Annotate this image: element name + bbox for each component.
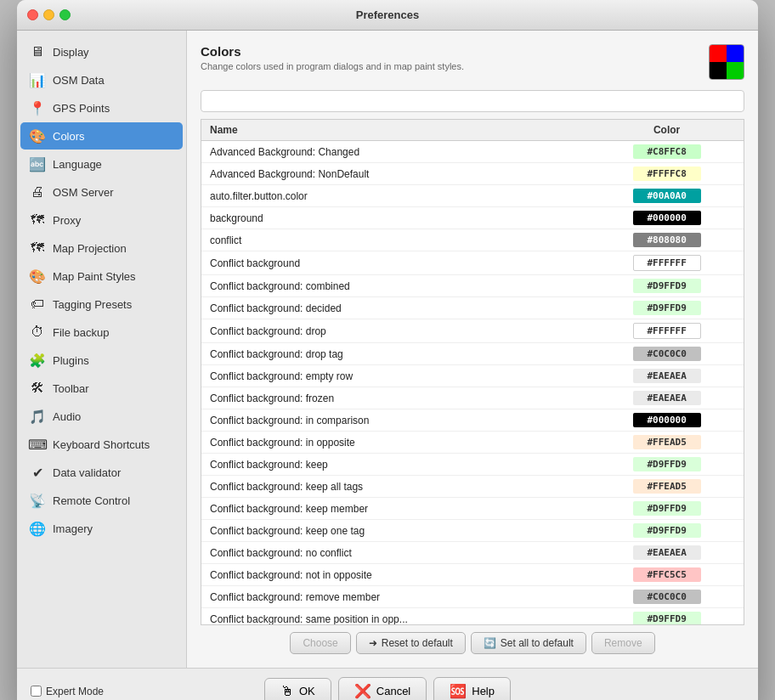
sidebar-item-keyboard-shortcuts[interactable]: ⌨Keyboard Shortcuts — [20, 431, 183, 458]
table-row[interactable]: Conflict background: drop#FFFFFF — [201, 319, 744, 343]
tagging-presets-icon: 🏷 — [29, 296, 46, 313]
sidebar-item-proxy[interactable]: 🗺Proxy — [20, 206, 183, 234]
sidebar-item-language[interactable]: 🔤Language — [20, 150, 183, 178]
sidebar-item-map-projection[interactable]: 🗺Map Projection — [20, 234, 183, 262]
sidebar-item-label-osm-data: OSM Data — [53, 74, 105, 87]
color-swatch: #D9FFD9 — [633, 457, 701, 471]
table-row[interactable]: Conflict background: same position in op… — [201, 608, 744, 626]
color-name-cell: Conflict background: same position in op… — [201, 608, 590, 626]
cancel-label: Cancel — [376, 685, 410, 697]
color-value-cell: #FFEAD5 — [590, 432, 744, 454]
data-validator-icon: ✔ — [29, 464, 46, 481]
table-row[interactable]: Conflict background: in comparison#00000… — [201, 409, 744, 432]
titlebar: Preferences — [17, 0, 758, 31]
expert-mode-label: Expert Mode — [46, 686, 104, 697]
table-row[interactable]: Conflict background: empty row#EAEAEA — [201, 365, 744, 387]
color-value-cell: #FFEAD5 — [590, 476, 744, 498]
minimize-button[interactable] — [43, 9, 54, 20]
panel-header-text: Colors Change colors used in program dia… — [201, 44, 464, 71]
color-value-cell: #EAEAEA — [590, 542, 744, 564]
table-row[interactable]: conflict#808080 — [201, 229, 744, 251]
close-button[interactable] — [27, 9, 38, 20]
sidebar-item-label-file-backup: File backup — [53, 326, 109, 339]
color-name-cell: Conflict background: in opposite — [201, 432, 590, 454]
table-row[interactable]: Conflict background: remove member#C0C0C… — [201, 586, 744, 608]
table-row[interactable]: auto.filter.button.color#00A0A0 — [201, 185, 744, 207]
sidebar-item-label-keyboard-shortcuts: Keyboard Shortcuts — [53, 438, 150, 451]
color-value-cell: #FFFFC8 — [590, 163, 744, 185]
maximize-button[interactable] — [59, 9, 71, 20]
sidebar-item-data-validator[interactable]: ✔Data validator — [20, 459, 183, 486]
sidebar-item-osm-server[interactable]: 🖨OSM Server — [20, 178, 183, 206]
table-row[interactable]: Conflict background: keep all tags#FFEAD… — [201, 476, 744, 498]
sidebar-item-remote-control[interactable]: 📡Remote Control — [20, 487, 183, 514]
table-row[interactable]: Conflict background: in opposite#FFEAD5 — [201, 432, 744, 454]
sidebar-item-label-display: Display — [53, 46, 89, 59]
choose-label: Choose — [303, 637, 337, 649]
search-input[interactable] — [201, 90, 744, 112]
sidebar-item-plugins[interactable]: 🧩Plugins — [20, 347, 183, 374]
sidebar-item-label-map-projection: Map Projection — [53, 242, 127, 255]
sidebar-item-gps-points[interactable]: 📍GPS Points — [20, 94, 183, 121]
table-row[interactable]: Conflict background#FFFFFF — [201, 251, 744, 275]
color-value-cell: #D9FFD9 — [590, 297, 744, 319]
color-name-cell: Conflict background: keep member — [201, 498, 590, 520]
action-bar: Choose ➜ Reset to default 🔄 Set all to d… — [201, 632, 744, 654]
choose-button[interactable]: Choose — [290, 632, 350, 654]
help-icon: 🆘 — [450, 683, 467, 699]
color-value-cell: #000000 — [590, 409, 744, 432]
set-all-to-default-button[interactable]: 🔄 Set all to default — [471, 632, 586, 654]
color-name-cell: Advanced Background: Changed — [201, 141, 590, 163]
table-row[interactable]: Advanced Background: NonDefault#FFFFC8 — [201, 163, 744, 185]
color-swatch: #EAEAEA — [633, 545, 701, 560]
sidebar-item-display[interactable]: 🖥Display — [20, 38, 183, 65]
ok-button[interactable]: 🖱 OK — [264, 678, 331, 701]
table-row[interactable]: Conflict background: decided#D9FFD9 — [201, 297, 744, 319]
sidebar-item-map-paint-styles[interactable]: 🎨Map Paint Styles — [20, 262, 183, 290]
cancel-button[interactable]: ❌ Cancel — [338, 677, 427, 700]
set-all-to-default-label: Set all to default — [501, 637, 574, 649]
sidebar-item-tagging-presets[interactable]: 🏷Tagging Presets — [20, 291, 183, 318]
color-name-cell: conflict — [201, 229, 590, 251]
imagery-icon: 🌐 — [29, 520, 46, 537]
table-row[interactable]: Conflict background: combined#D9FFD9 — [201, 275, 744, 297]
colors-icon: 🎨 — [29, 127, 46, 144]
help-button[interactable]: 🆘 Help — [433, 677, 511, 700]
color-value-cell: #FFFFFF — [590, 251, 744, 275]
sidebar-item-label-plugins: Plugins — [53, 354, 89, 367]
color-value-cell: #FFC5C5 — [590, 564, 744, 586]
table-row[interactable]: background#000000 — [201, 207, 744, 229]
table-row[interactable]: Conflict background: keep member#D9FFD9 — [201, 498, 744, 520]
color-value-cell: #FFFFFF — [590, 319, 744, 343]
remote-control-icon: 📡 — [29, 492, 46, 509]
sidebar-item-label-toolbar: Toolbar — [53, 382, 89, 395]
traffic-lights — [27, 9, 71, 20]
colors-table-container[interactable]: Name Color Advanced Background: Changed#… — [201, 119, 744, 625]
table-row[interactable]: Conflict background: not in opposite#FFC… — [201, 564, 744, 586]
color-swatch: #C0C0C0 — [633, 347, 701, 361]
color-name-cell: Conflict background: in comparison — [201, 409, 590, 432]
table-row[interactable]: Conflict background: keep#D9FFD9 — [201, 454, 744, 476]
table-row[interactable]: Conflict background: frozen#EAEAEA — [201, 387, 744, 409]
sidebar-item-file-backup[interactable]: ⏱File backup — [20, 319, 183, 346]
reset-to-default-button[interactable]: ➜ Reset to default — [356, 632, 466, 654]
sidebar-item-toolbar[interactable]: 🛠Toolbar — [20, 375, 183, 402]
color-name-cell: Conflict background: keep all tags — [201, 476, 590, 498]
sidebar-item-audio[interactable]: 🎵Audio — [20, 403, 183, 430]
table-row[interactable]: Conflict background: drop tag#C0C0C0 — [201, 343, 744, 365]
table-row[interactable]: Conflict background: no conflict#EAEAEA — [201, 542, 744, 564]
gps-points-icon: 📍 — [29, 99, 46, 116]
remove-button[interactable]: Remove — [591, 632, 655, 654]
table-row[interactable]: Advanced Background: Changed#C8FFC8 — [201, 141, 744, 163]
bottom-bar: Expert Mode 🖱 OK ❌ Cancel 🆘 Help — [17, 668, 758, 700]
expert-mode-checkbox[interactable] — [31, 686, 42, 697]
sidebar-item-colors[interactable]: 🎨Colors — [20, 122, 183, 150]
sidebar-item-osm-data[interactable]: 📊OSM Data — [20, 66, 183, 93]
color-name-cell: Conflict background: keep — [201, 454, 590, 476]
sidebar-item-label-imagery: Imagery — [53, 522, 93, 535]
sidebar-item-imagery[interactable]: 🌐Imagery — [20, 515, 183, 542]
panel-title: Colors — [201, 44, 464, 59]
color-quadrant-red — [710, 45, 727, 62]
table-row[interactable]: Conflict background: keep one tag#D9FFD9 — [201, 520, 744, 542]
sidebar-item-label-colors: Colors — [53, 130, 85, 143]
